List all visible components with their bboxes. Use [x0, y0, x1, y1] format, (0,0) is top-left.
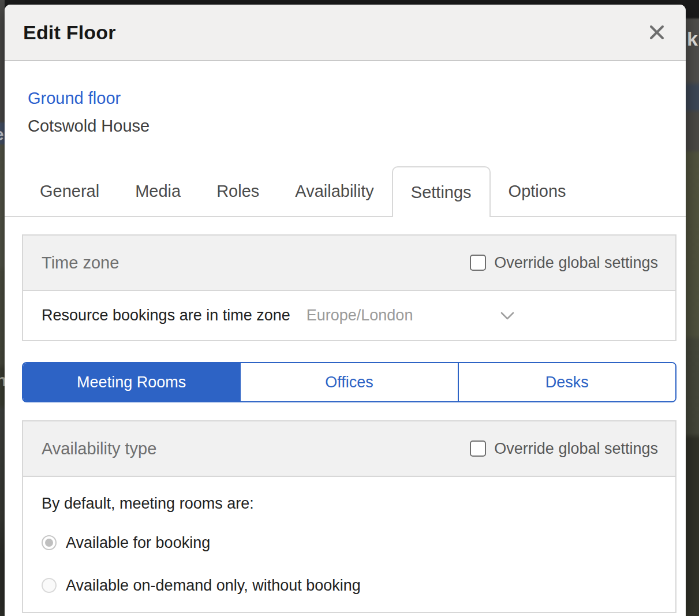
- close-icon: [648, 23, 666, 42]
- availability-section-body: By default, meeting rooms are: Available…: [23, 477, 675, 612]
- timezone-section-body: Resource bookings are in time zone Europ…: [23, 291, 675, 340]
- radio-selected-icon[interactable]: [42, 535, 57, 550]
- timezone-override-label: Override global settings: [494, 254, 658, 272]
- timezone-select-caret[interactable]: [499, 311, 515, 321]
- tab-options[interactable]: Options: [491, 166, 584, 216]
- tab-roles[interactable]: Roles: [199, 166, 277, 216]
- timezone-select-value[interactable]: Europe/London: [306, 307, 413, 324]
- tab-media[interactable]: Media: [117, 166, 199, 216]
- background-partial-text: n: [0, 372, 5, 389]
- timezone-section-header: Time zone Override global settings: [23, 236, 675, 291]
- edit-floor-dialog: Edit Floor Ground floor Cotswold House G…: [5, 5, 686, 616]
- timezone-override-control[interactable]: Override global settings: [470, 254, 658, 272]
- background-page-left-sliver: e n: [0, 0, 5, 616]
- availability-section-title: Availability type: [42, 438, 156, 460]
- dialog-title: Edit Floor: [23, 21, 116, 44]
- segment-desks[interactable]: Desks: [458, 363, 675, 401]
- timezone-section-title: Time zone: [42, 252, 119, 274]
- radio-label: Available on-demand only, without bookin…: [66, 577, 361, 595]
- dialog-header: Edit Floor: [5, 5, 686, 61]
- tab-settings[interactable]: Settings: [392, 166, 491, 217]
- tab-panel-settings: Time zone Override global settings Resou…: [5, 234, 686, 613]
- availability-section-header: Availability type Override global settin…: [23, 421, 675, 477]
- timezone-section: Time zone Override global settings Resou…: [22, 234, 676, 341]
- radio-option-on-demand-only[interactable]: Available on-demand only, without bookin…: [42, 573, 658, 598]
- radio-option-available-for-booking[interactable]: Available for booking: [42, 530, 658, 555]
- availability-type-section: Availability type Override global settin…: [22, 420, 676, 613]
- background-partial-text: e: [0, 126, 4, 143]
- floor-name: Ground floor: [28, 88, 686, 109]
- chevron-down-icon: [499, 311, 515, 321]
- resource-type-switcher: Meeting Rooms Offices Desks: [22, 362, 676, 402]
- radio-label: Available for booking: [66, 534, 210, 552]
- building-name: Cotswold House: [28, 115, 686, 136]
- segment-offices[interactable]: Offices: [240, 363, 457, 401]
- availability-override-checkbox[interactable]: [470, 440, 486, 457]
- tab-bar: General Media Roles Availability Setting…: [5, 166, 686, 217]
- tab-availability[interactable]: Availability: [277, 166, 391, 216]
- close-button[interactable]: [644, 20, 670, 45]
- timezone-override-checkbox[interactable]: [470, 255, 486, 271]
- timezone-row-label: Resource bookings are in time zone: [42, 307, 290, 324]
- availability-override-label: Override global settings: [494, 440, 658, 458]
- background-partial-text: k: [687, 29, 698, 48]
- availability-intro-text: By default, meeting rooms are:: [42, 493, 658, 514]
- tab-general[interactable]: General: [22, 166, 117, 216]
- availability-override-control[interactable]: Override global settings: [470, 440, 658, 458]
- timezone-row: Resource bookings are in time zone Europ…: [42, 307, 658, 324]
- segment-meeting-rooms[interactable]: Meeting Rooms: [23, 363, 240, 401]
- radio-unselected-icon[interactable]: [42, 578, 57, 593]
- screen: e n k Edit Floor Ground floor Cotswold H…: [0, 0, 699, 616]
- background-page-right-sliver: k: [686, 0, 699, 616]
